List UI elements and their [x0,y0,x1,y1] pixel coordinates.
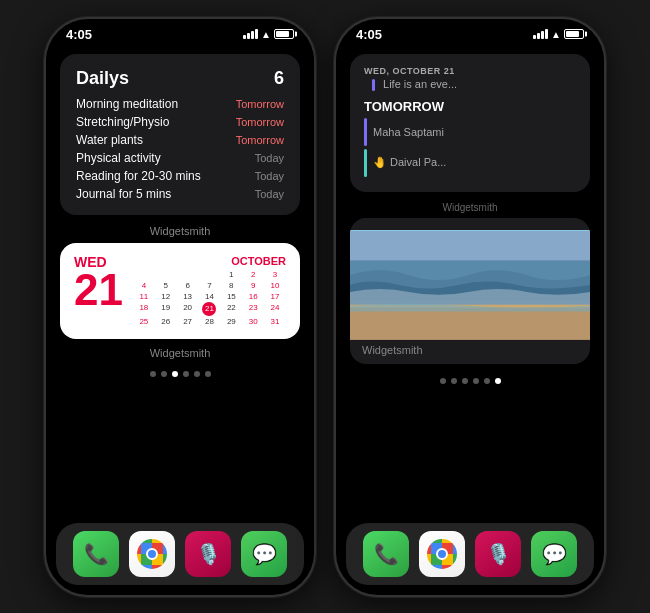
chrome-app-icon[interactable] [129,531,175,577]
photo-widget: Widgetsmith [350,218,590,364]
widgetsmith-label-2: Widgetsmith [60,347,300,359]
time-right: 4:05 [356,27,382,42]
widgetsmith-label-right-1: Widgetsmith [350,202,590,213]
cal-day-num: 21 [74,268,123,312]
left-screen-content: Dailys 6 Morning meditation Tomorrow Str… [46,46,314,523]
notch [125,19,235,41]
status-icons-left: ▲ [243,29,294,40]
task-name-5: Reading for 20-30 mins [76,169,201,183]
notch-right [415,19,525,41]
task-when-3: Tomorrow [236,134,284,146]
left-phone: 4:05 ▲ [44,17,316,597]
event-name-2: 🤚 Daival Pa... [373,156,446,169]
dailys-title: Dailys [76,68,129,89]
rdot-2 [451,378,457,384]
task-row-1: Morning meditation Tomorrow [76,95,284,113]
dot-5 [194,371,200,377]
rdot-5 [484,378,490,384]
phones-container: 4:05 ▲ [44,17,606,597]
dot-6 [205,371,211,377]
phone-app-icon[interactable]: 📞 [73,531,119,577]
dailys-widget: Dailys 6 Morning meditation Tomorrow Str… [60,54,300,215]
dock-left: 📞 🎙️ 💬 [56,523,304,585]
task-name-2: Stretching/Physio [76,115,169,129]
rdot-4 [473,378,479,384]
right-phone: 4:05 ▲ WED, O [334,17,606,597]
cal-today: 21 [202,302,216,316]
status-icons-right: ▲ [533,29,584,40]
task-when-1: Tomorrow [236,98,284,110]
calendar-widget: WED 21 OCTOBER 1 [60,243,300,339]
event-item-1: Maha Saptami [364,118,576,146]
task-row-4: Physical activity Today [76,149,284,167]
signal-icon [243,29,258,39]
task-when-2: Tomorrow [236,116,284,128]
rdot-3 [462,378,468,384]
event-current: Life is an eve... [364,78,576,91]
task-when-6: Today [255,188,284,200]
task-when-4: Today [255,152,284,164]
photo-label-bottom: Widgetsmith [350,340,590,364]
dailys-count: 6 [274,68,284,89]
wifi-icon-right: ▲ [551,29,561,40]
time-left: 4:05 [66,27,92,42]
dot-3-active [172,371,178,377]
dot-2 [161,371,167,377]
widgetsmith-label-1: Widgetsmith [60,225,300,237]
wifi-icon: ▲ [261,29,271,40]
podcast-app-icon[interactable]: 🎙️ [185,531,231,577]
right-screen-content: WED, OCTOBER 21 Life is an eve... TOMORR… [336,46,604,523]
task-row-2: Stretching/Physio Tomorrow [76,113,284,131]
task-row-5: Reading for 20-30 mins Today [76,167,284,185]
whatsapp-app-icon-right[interactable]: 💬 [531,531,577,577]
chrome-app-icon-right[interactable] [419,531,465,577]
tomorrow-label: TOMORROW [364,99,576,114]
svg-rect-3 [350,307,590,338]
beach-photo [350,230,590,340]
battery-icon [274,29,294,39]
phone-app-icon-right[interactable]: 📞 [363,531,409,577]
event-color-dot-2 [364,149,367,177]
task-name-1: Morning meditation [76,97,178,111]
rdot-1 [440,378,446,384]
event-color-dot-1 [364,118,367,146]
event-item-2: 🤚 Daival Pa... [364,149,576,177]
event-date: WED, OCTOBER 21 [364,66,576,76]
rdot-6-active [495,378,501,384]
battery-icon-right [564,29,584,39]
task-when-5: Today [255,170,284,182]
task-row-3: Water plants Tomorrow [76,131,284,149]
task-row-6: Journal for 5 mins Today [76,185,284,203]
dot-4 [183,371,189,377]
page-dots-right [350,372,590,390]
podcast-app-icon-right[interactable]: 🎙️ [475,531,521,577]
event-widget: WED, OCTOBER 21 Life is an eve... TOMORR… [350,54,590,192]
task-name-6: Journal for 5 mins [76,187,171,201]
signal-icon-right [533,29,548,39]
dock-right: 📞 🎙️ 💬 [346,523,594,585]
photo-label-top [350,218,590,230]
page-dots-left [60,365,300,383]
cal-grid: 1 2 3 4 5 6 7 8 9 10 [133,269,286,327]
dot-1 [150,371,156,377]
task-name-3: Water plants [76,133,143,147]
event-name-1: Maha Saptami [373,126,444,138]
task-name-4: Physical activity [76,151,161,165]
cal-month: OCTOBER [133,255,286,267]
whatsapp-app-icon[interactable]: 💬 [241,531,287,577]
